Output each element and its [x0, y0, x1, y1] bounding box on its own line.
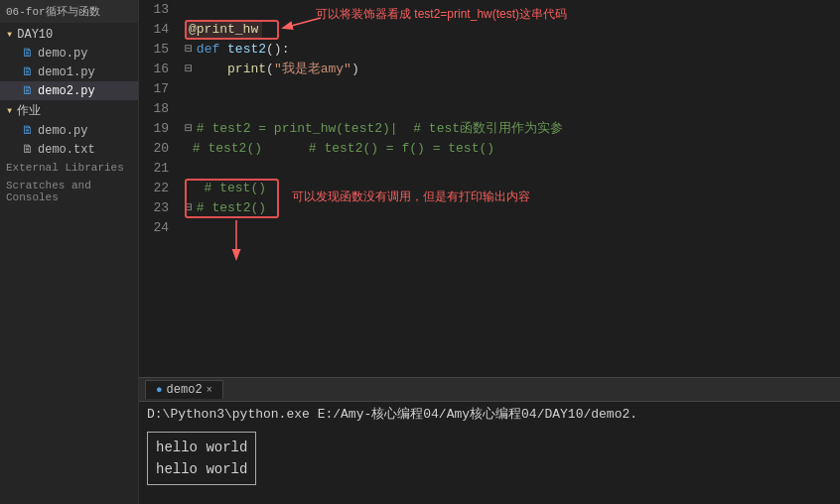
line-num-17: 17: [139, 79, 169, 99]
code-line-18: [185, 99, 840, 119]
terminal-tab-label: demo2: [167, 383, 203, 397]
code-line-24: [185, 218, 840, 238]
line-num-21: 21: [139, 159, 169, 179]
hello-world-output: hello world hello world: [147, 432, 256, 485]
sidebar-demo2-label: demo2.py: [38, 84, 95, 98]
parens-colon: ():: [266, 40, 289, 60]
line-numbers: 13 14 15 16 17 18 19 20 21 22 23 24: [139, 0, 177, 377]
sidebar-item-homework[interactable]: ▾ 作业: [0, 100, 138, 121]
py-icon-demo2: 🗎: [22, 83, 34, 98]
terminal-output: hello world hello world: [147, 428, 832, 485]
paren-close: ): [351, 60, 359, 79]
sidebar-item-demo[interactable]: 🗎 demo.py: [0, 44, 138, 63]
sidebar-external-libraries[interactable]: External Libraries: [0, 159, 138, 177]
code-line-15: ⊟def test2():: [185, 40, 840, 60]
line-num-14: 14: [139, 20, 169, 40]
code-line-23: ⊟# test2(): [185, 198, 840, 218]
code-line-21: [185, 159, 840, 179]
line-num-22: 22: [139, 179, 169, 198]
code-line-20: # test2() # test2() = f() = test(): [185, 139, 840, 159]
txt-icon: 🗎: [22, 142, 34, 157]
print-func: print: [227, 60, 266, 79]
main-area: 13 14 15 16 17 18 19 20 21 22 23 24 @pri…: [139, 0, 840, 504]
indent-16: [197, 60, 227, 79]
sidebar-item-demo2[interactable]: 🗎 demo2.py: [0, 81, 138, 100]
folder-icon-hw: ▾: [6, 103, 13, 118]
folder-icon: ▾: [6, 27, 13, 42]
paren-open: (: [266, 60, 274, 79]
sidebar-demo-txt-label: demo.txt: [38, 143, 95, 157]
sidebar-demo-label: demo.py: [38, 47, 87, 61]
line-num-15: 15: [139, 40, 169, 60]
sidebar-section: ▾ DAY10 🗎 demo.py 🗎 demo1.py 🗎 demo2.py …: [0, 25, 138, 206]
sidebar: 06-for循环与函数 ▾ DAY10 🗎 demo.py 🗎 demo1.py…: [0, 0, 139, 504]
line-num-24: 24: [139, 218, 169, 238]
code-line-22: # test(): [185, 179, 840, 198]
string-val: "我是老amy": [274, 60, 351, 79]
sidebar-demo1-label: demo1.py: [38, 65, 95, 79]
code-line-19: ⊟# test2 = print_hw(test2)| # test函数引用作为…: [185, 119, 840, 139]
fold-icon-23: ⊟: [185, 198, 193, 218]
line-num-18: 18: [139, 99, 169, 119]
code-line-17: [185, 79, 840, 99]
code-area: 13 14 15 16 17 18 19 20 21 22 23 24 @pri…: [139, 0, 840, 377]
terminal-body: D:\Python3\python.exe E:/Amy-核心编程04/Amy核…: [139, 402, 840, 504]
fold-icon-19: ⊟: [185, 119, 193, 139]
sidebar-demo-hw-label: demo.py: [38, 124, 87, 138]
code-editor[interactable]: 13 14 15 16 17 18 19 20 21 22 23 24 @pri…: [139, 0, 840, 377]
code-line-13: [185, 0, 840, 20]
sidebar-item-demo1[interactable]: 🗎 demo1.py: [0, 63, 138, 81]
sidebar-item-day10-label: DAY10: [17, 28, 53, 42]
fold-icon-16: ⊟: [185, 60, 193, 79]
sidebar-homework-label: 作业: [17, 102, 41, 119]
py-icon-demo1: 🗎: [22, 64, 34, 79]
py-icon-demo: 🗎: [22, 46, 34, 61]
fold-icon-22: [185, 179, 193, 198]
terminal-cmd-line: D:\Python3\python.exe E:/Amy-核心编程04/Amy核…: [147, 406, 832, 424]
sidebar-item-demo-txt[interactable]: 🗎 demo.txt: [0, 140, 138, 159]
code-line-14: @print_hw: [185, 20, 840, 40]
decorator-token: @print_hw: [185, 20, 262, 40]
py-icon-demo-hw: 🗎: [22, 123, 34, 138]
comment-20: # test2() # test2() = f() = test(): [185, 139, 494, 159]
code-content[interactable]: @print_hw ⊟def test2(): ⊟ print("我是老amy"…: [177, 0, 840, 377]
sidebar-scratches[interactable]: Scratches and Consoles: [0, 177, 138, 206]
sidebar-header: 06-for循环与函数: [0, 0, 138, 23]
line-num-16: 16: [139, 60, 169, 79]
def-keyword: def: [197, 40, 227, 60]
line-num-20: 20: [139, 139, 169, 159]
terminal-icon: ●: [156, 384, 163, 396]
sidebar-item-day10[interactable]: ▾ DAY10: [0, 25, 138, 44]
func-name-test2: test2: [227, 40, 266, 60]
terminal-tab-bar: ● demo2 ×: [139, 378, 840, 402]
line-num-13: 13: [139, 0, 169, 20]
code-line-16: ⊟ print("我是老amy"): [185, 60, 840, 79]
terminal: ● demo2 × D:\Python3\python.exe E:/Amy-核…: [139, 377, 840, 504]
comment-22: # test(): [197, 179, 266, 198]
line-num-23: 23: [139, 198, 169, 218]
fold-icon-15: ⊟: [185, 40, 193, 60]
terminal-tab-demo2[interactable]: ● demo2 ×: [145, 380, 223, 399]
terminal-close-button[interactable]: ×: [207, 385, 212, 396]
hello-line-1: hello world: [156, 437, 247, 458]
line-num-19: 19: [139, 119, 169, 139]
comment-23: # test2(): [197, 198, 266, 218]
comment-19: # test2 = print_hw(test2)| # test函数引用作为实…: [197, 119, 563, 139]
hello-line-2: hello world: [156, 458, 247, 480]
sidebar-item-demo-hw[interactable]: 🗎 demo.py: [0, 121, 138, 140]
